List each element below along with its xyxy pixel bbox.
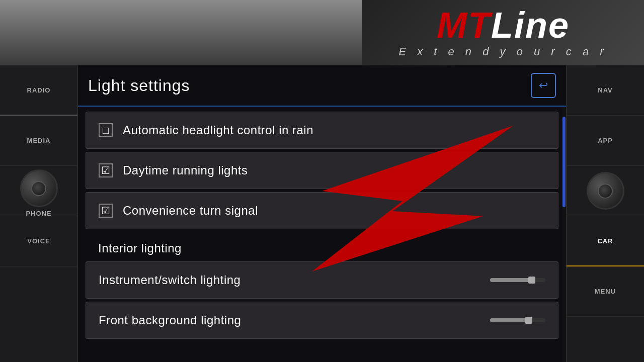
settings-list: □ Automatic headlight control in rain ☑ …	[78, 107, 566, 362]
content-header: Light settings ↩	[78, 65, 566, 107]
front-bg-lighting-slider-control[interactable]	[490, 318, 545, 322]
sidebar-item-media[interactable]: MEDIA	[0, 116, 77, 166]
media-label: MEDIA	[27, 137, 51, 144]
front-bg-lighting-label: Front background lighting	[99, 313, 241, 327]
scroll-indicator	[562, 107, 566, 362]
turn-signal-label: Convenience turn signal	[123, 204, 258, 218]
setting-row-daytime-lights[interactable]: ☑ Daytime running lights	[86, 152, 558, 189]
instrument-lighting-slider-fill	[490, 278, 532, 282]
daytime-lights-label: Daytime running lights	[123, 163, 248, 177]
interior-lighting-heading: Interior lighting	[86, 232, 558, 261]
sidebar-item-voice[interactable]: VOICE	[0, 216, 77, 266]
scroll-thumb	[562, 117, 566, 207]
knob-inner	[31, 181, 46, 196]
right-knob[interactable]	[587, 172, 624, 210]
logo-subtitle: E x t e n d y o u r c a r	[398, 45, 607, 58]
checkbox-turn-signal-mark: ☑	[101, 205, 110, 217]
instrument-lighting-slider-control[interactable]	[490, 278, 545, 282]
setting-row-instrument-lighting[interactable]: Instrument/switch lighting	[86, 261, 558, 299]
logo-text: MTLine	[437, 7, 570, 43]
left-sidebar: RADIO MEDIA PHONE VOICE	[0, 65, 78, 362]
voice-label: VOICE	[27, 237, 50, 245]
checkbox-auto-headlight[interactable]: □	[99, 123, 113, 137]
car-label: CAR	[597, 237, 613, 245]
instrument-lighting-slider-thumb[interactable]	[528, 277, 535, 284]
back-icon: ↩	[539, 79, 548, 92]
right-sidebar: NAV APP CAR MENU	[566, 65, 644, 362]
checkbox-daytime-lights[interactable]: ☑	[99, 163, 113, 177]
front-bg-lighting-slider-thumb[interactable]	[525, 317, 532, 324]
instrument-lighting-slider-track[interactable]	[490, 278, 545, 282]
sidebar-item-car[interactable]: CAR	[567, 216, 644, 266]
nav-label: NAV	[598, 86, 612, 94]
sidebar-item-car-knob[interactable]	[567, 166, 644, 216]
volume-knob[interactable]	[20, 169, 58, 207]
instrument-lighting-label: Instrument/switch lighting	[99, 273, 240, 287]
logo-mt: MT	[437, 5, 491, 45]
setting-row-front-bg-lighting[interactable]: Front background lighting	[86, 302, 558, 339]
main-panel: RADIO MEDIA PHONE VOICE Light settings ↩	[0, 65, 644, 362]
logo-area: MTLine E x t e n d y o u r c a r	[362, 0, 644, 65]
checkbox-auto-headlight-mark: □	[103, 125, 109, 136]
radio-label: RADIO	[27, 86, 51, 94]
sidebar-item-phone[interactable]: PHONE	[0, 166, 77, 216]
sidebar-item-menu[interactable]: MENU	[567, 266, 644, 317]
setting-row-turn-signal[interactable]: ☑ Convenience turn signal	[86, 192, 558, 229]
sidebar-item-app[interactable]: APP	[567, 116, 644, 166]
checkbox-turn-signal[interactable]: ☑	[99, 204, 113, 218]
center-area: Light settings ↩ □ Automatic headlight c…	[78, 65, 566, 362]
app-label: APP	[598, 137, 613, 144]
knob-container	[20, 169, 58, 207]
front-bg-lighting-slider-track[interactable]	[490, 318, 545, 322]
front-bg-lighting-slider-fill	[490, 318, 529, 322]
page-title: Light settings	[88, 76, 190, 95]
checkbox-daytime-lights-mark: ☑	[101, 164, 110, 176]
back-button[interactable]: ↩	[531, 73, 556, 98]
sidebar-item-radio[interactable]: RADIO	[0, 65, 77, 116]
setting-row-auto-headlight[interactable]: □ Automatic headlight control in rain	[86, 112, 558, 149]
logo-line: Line	[491, 5, 570, 45]
menu-label: MENU	[595, 288, 616, 295]
auto-headlight-label: Automatic headlight control in rain	[123, 123, 313, 137]
right-knob-inner	[598, 184, 613, 199]
sidebar-item-nav[interactable]: NAV	[567, 65, 644, 116]
